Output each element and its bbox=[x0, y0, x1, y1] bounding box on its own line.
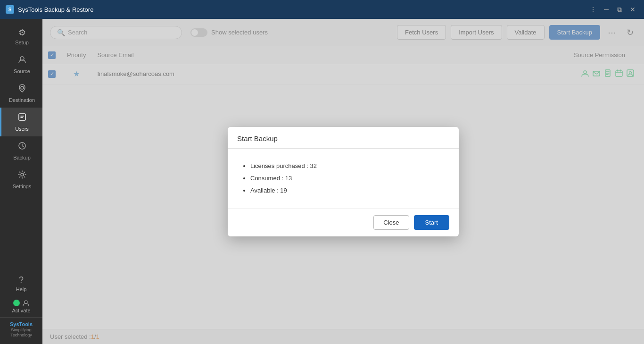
sidebar-item-users[interactable]: Users bbox=[0, 108, 42, 136]
sidebar-item-activate[interactable]: Activate bbox=[0, 296, 42, 317]
backup-icon bbox=[17, 141, 27, 153]
sidebar-item-setup[interactable]: ⚙ Setup bbox=[0, 23, 42, 50]
sidebar-item-backup[interactable]: Backup bbox=[0, 136, 42, 165]
svg-point-4 bbox=[21, 173, 24, 176]
modal-close-button[interactable]: Close bbox=[373, 215, 409, 230]
app-layout: ⚙ Setup Source Destination bbox=[0, 19, 644, 344]
activate-row bbox=[13, 300, 29, 306]
modal-list-item: Available : 19 bbox=[250, 185, 446, 197]
sidebar-label-source: Source bbox=[14, 68, 30, 74]
brand-tagline: Simplifying Technology bbox=[10, 327, 32, 337]
sidebar-item-source[interactable]: Source bbox=[0, 50, 42, 79]
sidebar-label-setup: Setup bbox=[15, 40, 29, 45]
modal-title: Start Backup bbox=[237, 134, 278, 143]
modal-overlay: Start Backup Licenses purchased : 32Cons… bbox=[42, 19, 644, 344]
modal-start-button[interactable]: Start bbox=[414, 215, 449, 230]
sidebar-label-destination: Destination bbox=[9, 97, 35, 103]
app-icon: S bbox=[6, 5, 14, 14]
sidebar-label-settings: Settings bbox=[13, 184, 32, 189]
modal-footer: Close Start bbox=[228, 208, 459, 236]
source-icon bbox=[17, 55, 27, 67]
sidebar-item-settings[interactable]: Settings bbox=[0, 165, 42, 194]
sidebar-bottom: ? Help Activate SysTools Simplifying Tec… bbox=[0, 271, 42, 344]
activate-label: Activate bbox=[12, 308, 30, 313]
app-title: SysTools Backup & Restore bbox=[18, 6, 587, 13]
modal-list-item: Consumed : 13 bbox=[250, 172, 446, 185]
help-label: Help bbox=[16, 286, 27, 292]
main-content: 🔍 Show selected users Fetch Users Import… bbox=[42, 19, 644, 344]
modal-body: Licenses purchased : 32Consumed : 13Avai… bbox=[228, 149, 459, 208]
sidebar: ⚙ Setup Source Destination bbox=[0, 19, 42, 344]
window-controls: ⋮ ─ ⧉ ✕ bbox=[587, 4, 638, 15]
svg-point-1 bbox=[21, 86, 24, 89]
destination-icon bbox=[17, 84, 27, 95]
svg-rect-2 bbox=[19, 114, 25, 120]
settings-icon bbox=[17, 170, 27, 182]
minimize-button[interactable]: ─ bbox=[601, 4, 612, 15]
close-button[interactable]: ✕ bbox=[627, 4, 638, 15]
sidebar-item-destination[interactable]: Destination bbox=[0, 79, 42, 108]
activate-badge bbox=[13, 300, 20, 306]
title-bar: S SysTools Backup & Restore ⋮ ─ ⧉ ✕ bbox=[0, 0, 644, 19]
help-icon: ? bbox=[19, 275, 24, 285]
users-icon bbox=[17, 112, 27, 124]
more-options-button[interactable]: ⋮ bbox=[587, 4, 599, 15]
activate-user-icon bbox=[23, 300, 29, 306]
restore-button[interactable]: ⧉ bbox=[614, 4, 625, 15]
modal-list-item: Licenses purchased : 32 bbox=[250, 160, 446, 172]
start-backup-modal: Start Backup Licenses purchased : 32Cons… bbox=[228, 127, 459, 236]
modal-header: Start Backup bbox=[228, 127, 459, 149]
modal-info-list: Licenses purchased : 32Consumed : 13Avai… bbox=[241, 160, 446, 197]
brand-name: SysTools bbox=[10, 321, 33, 327]
svg-point-5 bbox=[25, 301, 27, 303]
brand-logo: SysTools Simplifying Technology bbox=[0, 317, 42, 339]
sidebar-label-users: Users bbox=[15, 126, 29, 132]
setup-icon: ⚙ bbox=[18, 27, 26, 38]
sidebar-item-help[interactable]: ? Help bbox=[0, 271, 42, 296]
sidebar-label-backup: Backup bbox=[13, 155, 31, 160]
